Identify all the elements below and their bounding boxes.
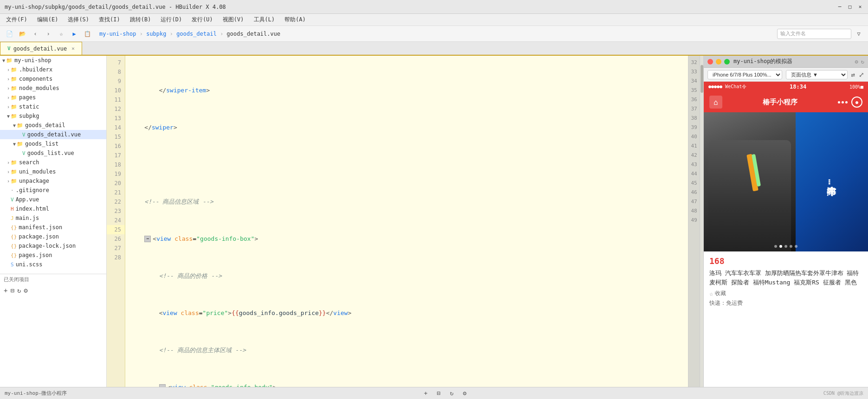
sidebar-item-package-json[interactable]: › {} package.json: [0, 232, 106, 241]
folder-icon: 📁: [11, 67, 17, 73]
refresh-button[interactable]: ↻: [17, 287, 21, 294]
sim-refresh-icon[interactable]: ↻: [861, 58, 864, 65]
forward-button[interactable]: ›: [43, 28, 54, 39]
sidebar-item-search[interactable]: › 📁 search: [0, 158, 106, 167]
menu-help[interactable]: 帮助(A): [281, 15, 309, 25]
code-content[interactable]: </swiper-item> </swiper> <!-- 商品信息区域 -->: [125, 56, 688, 387]
sidebar-item-components[interactable]: › 📁 components: [0, 74, 106, 84]
menu-edit[interactable]: 编辑(E): [33, 15, 62, 25]
sidebar-item-pages[interactable]: › 📁 pages: [0, 93, 106, 102]
settings-button[interactable]: ⚙: [24, 287, 27, 294]
code-container: 7 8 9 10 11 12 13 14 15 16 17 18 19 20 2…: [107, 56, 703, 387]
sidebar-item-index-html[interactable]: › H index.html: [0, 204, 106, 213]
sidebar-item-uni-modules[interactable]: › 📁 uni_modules: [0, 167, 106, 176]
open-button[interactable]: 📂: [17, 28, 28, 39]
sidebar-item-manifest-json[interactable]: › {} manifest.json: [0, 223, 106, 232]
sidebar-item-unpackage[interactable]: › 📁 unpackage: [0, 176, 106, 186]
page-select[interactable]: 页面信息 ▼: [786, 70, 848, 79]
bottom-refresh-button[interactable]: ↻: [447, 389, 457, 398]
sidebar-item-hbuilderx[interactable]: › 📁 .hbuilderx: [0, 65, 106, 74]
img-dot-3[interactable]: [784, 245, 787, 248]
product-price: 168: [709, 256, 862, 266]
sim-rotate-icon[interactable]: ⇄: [851, 71, 855, 78]
img-dot-5[interactable]: [795, 245, 797, 248]
sim-config-icon[interactable]: ⚙: [855, 58, 858, 65]
bottom-close-button[interactable]: ⊟: [434, 389, 444, 398]
sidebar-item-app-vue[interactable]: › V App.vue: [0, 195, 106, 204]
bottom-add-button[interactable]: +: [421, 389, 431, 398]
fold-marker-15[interactable]: −: [159, 384, 166, 387]
bottom-settings-button[interactable]: ⚙: [460, 389, 469, 398]
sidebar-item-label: goods_list: [25, 141, 58, 147]
nav-home-button[interactable]: ⌂: [709, 96, 722, 109]
sim-close-button[interactable]: [707, 59, 713, 64]
sidebar-item-gitignore[interactable]: › · .gitignore: [0, 186, 106, 195]
sidebar-item-goods-list-vue[interactable]: › V goods_list.vue: [0, 148, 106, 158]
menu-view[interactable]: 视图(V): [219, 15, 248, 25]
sidebar-item-subpkg[interactable]: ▼ 📁 subpkg: [0, 111, 106, 121]
sidebar-item-uni-scss[interactable]: › S uni.scss: [0, 260, 106, 269]
menu-goto[interactable]: 跳转(B): [126, 15, 155, 25]
menu-file[interactable]: 文件(F): [2, 15, 31, 25]
breadcrumb-item-subpkg[interactable]: subpkg: [146, 31, 166, 37]
img-dot-1[interactable]: [774, 245, 777, 248]
product-fav[interactable]: ☆ 收藏: [709, 290, 862, 297]
sidebar-item-my-uni-shop[interactable]: ▼ 📁 my-uni-shop: [0, 56, 106, 65]
filter-button[interactable]: ▽: [853, 28, 864, 39]
sidebar-item-label: .hbuilderx: [19, 66, 52, 73]
sim-minimize-button[interactable]: [716, 59, 721, 64]
close-project-button[interactable]: ⊟: [10, 287, 14, 294]
tab-close-icon[interactable]: ✕: [71, 45, 75, 51]
sidebar-item-main-js[interactable]: › J main.js: [0, 213, 106, 223]
close-button[interactable]: ✕: [857, 4, 863, 10]
file-icon: ·: [11, 187, 14, 193]
nav-more-button[interactable]: [838, 101, 848, 103]
menu-select[interactable]: 选择(S): [64, 15, 93, 25]
sidebar-item-label: goods_detail.vue: [27, 131, 81, 138]
sidebar-item-static[interactable]: › 📁 static: [0, 102, 106, 111]
editor-area[interactable]: 7 8 9 10 11 12 13 14 15 16 17 18 19 20 2…: [107, 56, 703, 387]
sidebar-item-goods-detail-vue[interactable]: › V goods_detail.vue: [0, 130, 106, 139]
line-num-24: 24: [107, 216, 125, 225]
arrow-closed-icon: ›: [7, 86, 10, 91]
window-controls[interactable]: ─ □ ✕: [836, 4, 863, 10]
vertical-scrollbar[interactable]: [700, 56, 703, 387]
run-button[interactable]: ▶: [69, 28, 80, 39]
add-project-button[interactable]: +: [4, 287, 7, 294]
device-select[interactable]: iPhone 6/7/8 Plus 100%...: [707, 70, 782, 79]
breadcrumb-item-goods-detail[interactable]: goods_detail: [176, 31, 217, 37]
file-icon-button[interactable]: 📋: [82, 28, 93, 39]
sidebar-item-label: static: [19, 103, 39, 110]
sidebar-item-goods-list-folder[interactable]: ▼ 📁 goods_list: [0, 139, 106, 148]
line-num-16: 16: [107, 142, 125, 151]
back-button[interactable]: ‹: [30, 28, 41, 39]
fold-marker-11[interactable]: −: [144, 236, 151, 242]
menu-publish[interactable]: 发行(U): [188, 15, 217, 25]
tab-goods-detail[interactable]: V goods_detail.vue ✕: [0, 42, 82, 55]
img-dot-4[interactable]: [790, 245, 792, 248]
menu-run[interactable]: 运行(D): [157, 15, 186, 25]
menu-bar: 文件(F) 编辑(E) 选择(S) 查找(I) 跳转(B) 运行(D) 发行(U…: [0, 14, 868, 26]
menu-tools[interactable]: 工具(L): [250, 15, 279, 25]
minimize-button[interactable]: ─: [836, 4, 843, 10]
sim-fullscreen-icon[interactable]: ⤢: [859, 71, 864, 78]
folder-icon: 📁: [11, 104, 17, 110]
menu-find[interactable]: 查找(I): [95, 15, 124, 25]
breadcrumb-item-file[interactable]: goods_detail.vue: [227, 31, 281, 37]
nav-camera-button[interactable]: ●: [851, 97, 862, 108]
sim-maximize-button[interactable]: [724, 59, 730, 64]
sidebar-item-node-modules[interactable]: › 📁 node_modules: [0, 84, 106, 93]
sidebar-item-goods-detail-folder[interactable]: ▼ 📁 goods_detail: [0, 121, 106, 130]
rline-48: 48: [688, 206, 700, 216]
bookmark-button[interactable]: ☆: [56, 28, 67, 39]
file-search-input[interactable]: 输入文件名: [777, 29, 851, 39]
sidebar-item-package-lock[interactable]: › {} package-lock.json: [0, 241, 106, 251]
rline-34: 34: [688, 77, 700, 86]
breadcrumb-item-project[interactable]: my-uni-shop: [99, 31, 136, 37]
sidebar-item-pages-json[interactable]: › {} pages.json: [0, 251, 106, 260]
new-file-button[interactable]: 📄: [4, 28, 15, 39]
maximize-button[interactable]: □: [847, 4, 853, 10]
img-dot-2[interactable]: [779, 245, 782, 248]
editor-wrapper: 7 8 9 10 11 12 13 14 15 16 17 18 19 20 2…: [107, 56, 868, 387]
scrollbar-thumb[interactable]: [701, 65, 703, 93]
